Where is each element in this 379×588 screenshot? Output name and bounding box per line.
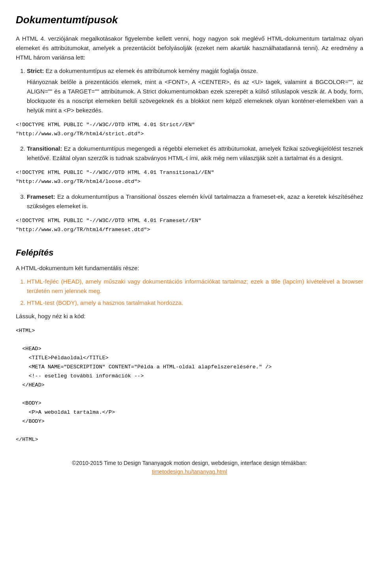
type-strict-intro: Ez a dokumentumtípus az elemek és attrib… xyxy=(46,67,258,74)
code-html-structure: <HTML> <HEAD> <TITLE>Példaoldal</TITLE> … xyxy=(16,327,363,444)
type-frameset-label: Frameset: xyxy=(27,193,55,200)
type-transitional-label: Transitional: xyxy=(27,145,62,152)
section2-list-item-1: HTML-fejléc (HEAD), amely műszaki vagy d… xyxy=(27,277,363,296)
type-strict-detail: Hiányoznak belőle a prezentációs elemek,… xyxy=(27,77,363,115)
section2-list-item-1-text: HTML-fejléc (HEAD), amely műszaki vagy d… xyxy=(27,278,363,294)
section2-list: HTML-fejléc (HEAD), amely műszaki vagy d… xyxy=(27,277,363,308)
footer-text: ©2010-2015 Time to Design Tananyagok mot… xyxy=(72,460,307,466)
page-heading: Dokumentumtípusok xyxy=(16,12,363,28)
section2-intro: A HTML-dokumentum két fundamentális rész… xyxy=(16,263,363,273)
section2-list-item-2: HTML-test (BODY), amely a hasznos tartal… xyxy=(27,298,363,308)
code-frameset: <!DOCTYPE HTML PUBLIC "-//W3C//DTD HTML … xyxy=(16,217,363,235)
types-list-3: Frameset: Ez a dokumentumtípus a Transit… xyxy=(27,192,363,211)
type-frameset: Frameset: Ez a dokumentumtípus a Transit… xyxy=(27,192,363,211)
type-strict-label: Strict: xyxy=(27,67,44,74)
section2-heading: Felépítés xyxy=(16,246,363,259)
footer-link[interactable]: timetodesign.hu/tananyag.html xyxy=(152,469,227,475)
code-strict: <!DOCTYPE HTML PUBLIC "-//W3C//DTD HTML … xyxy=(16,121,363,139)
code-transitional: <!DOCTYPE HTML PUBLIC "-//W3C//DTD HTML … xyxy=(16,168,363,187)
types-list-2: Transitional: Ez a dokumentumtípus megen… xyxy=(27,144,363,163)
type-strict: Strict: Ez a dokumentumtípus az elemek é… xyxy=(27,66,363,115)
footer: ©2010-2015 Time to Design Tananyagok mot… xyxy=(16,459,363,476)
section2-outro: Lássuk, hogy néz ki a kód: xyxy=(16,312,363,321)
types-list: Strict: Ez a dokumentumtípus az elemek é… xyxy=(27,66,363,115)
type-transitional-intro: Ez a dokumentumtípus megengedi a régebbi… xyxy=(27,145,363,161)
section2-list-item-2-text: HTML-test (BODY), amely a hasznos tartal… xyxy=(27,299,183,306)
type-frameset-intro: Ez a dokumentumtípus a Transitional össz… xyxy=(27,193,363,209)
intro-paragraph: A HTML 4. verziójának megalkotásakor fig… xyxy=(16,34,363,62)
type-transitional: Transitional: Ez a dokumentumtípus megen… xyxy=(27,144,363,163)
